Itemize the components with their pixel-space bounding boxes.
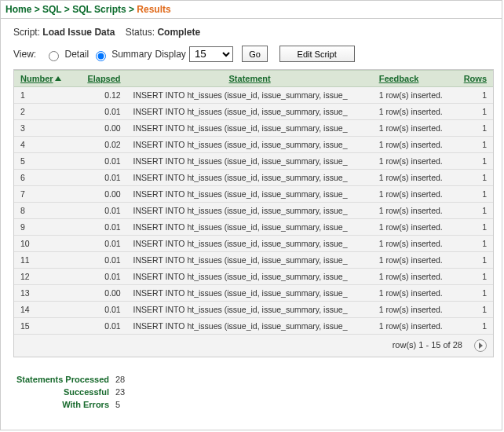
sort-asc-icon	[55, 76, 61, 81]
summary-stats: Statements Processed 28 Successful 23 Wi…	[1, 364, 502, 411]
cell-number: 14	[14, 302, 68, 318]
cell-statement: INSERT INTO ht_issues (issue_id, issue_s…	[127, 219, 373, 236]
cell-rows: 1	[458, 137, 493, 153]
cell-elapsed: 0.01	[68, 269, 127, 285]
go-button[interactable]: Go	[242, 46, 268, 62]
cell-elapsed: 0.01	[68, 104, 127, 120]
display-label: Display	[155, 49, 186, 60]
cell-number: 12	[14, 269, 68, 285]
cell-feedback: 1 row(s) inserted.	[373, 170, 458, 186]
cell-statement: INSERT INTO ht_issues (issue_id, issue_s…	[127, 269, 373, 285]
table-row: 20.01INSERT INTO ht_issues (issue_id, is…	[14, 104, 493, 120]
breadcrumb-home[interactable]: Home	[5, 4, 31, 15]
cell-elapsed: 0.01	[68, 252, 127, 269]
cell-elapsed: 0.00	[68, 186, 127, 203]
cell-rows: 1	[458, 252, 493, 269]
cell-rows: 1	[458, 318, 493, 335]
cell-feedback: 1 row(s) inserted.	[373, 252, 458, 269]
cell-elapsed: 0.00	[68, 120, 127, 137]
cell-rows: 1	[458, 153, 493, 170]
table-row: 70.00INSERT INTO ht_issues (issue_id, is…	[14, 186, 493, 203]
breadcrumb-sep: >	[35, 4, 42, 15]
breadcrumb: Home > SQL > SQL Scripts > Results	[1, 1, 502, 18]
table-row: 120.01INSERT INTO ht_issues (issue_id, i…	[14, 269, 493, 285]
cell-number: 15	[14, 318, 68, 335]
cell-rows: 1	[458, 170, 493, 186]
cell-elapsed: 0.01	[68, 170, 127, 186]
cell-feedback: 1 row(s) inserted.	[373, 87, 458, 104]
cell-statement: INSERT INTO ht_issues (issue_id, issue_s…	[127, 153, 373, 170]
col-elapsed[interactable]: Elapsed	[68, 71, 127, 87]
cell-rows: 1	[458, 186, 493, 203]
view-detail-radio[interactable]	[49, 51, 59, 61]
view-label: View:	[13, 49, 36, 60]
cell-number: 3	[14, 120, 68, 137]
cell-number: 13	[14, 285, 68, 302]
cell-feedback: 1 row(s) inserted.	[373, 120, 458, 137]
status-label: Status:	[126, 27, 155, 38]
svg-marker-0	[479, 342, 483, 349]
cell-elapsed: 0.02	[68, 137, 127, 153]
cell-statement: INSERT INTO ht_issues (issue_id, issue_s…	[127, 186, 373, 203]
breadcrumb-sep: >	[129, 4, 137, 15]
edit-script-button[interactable]: Edit Script	[279, 46, 355, 62]
cell-statement: INSERT INTO ht_issues (issue_id, issue_s…	[127, 285, 373, 302]
cell-number: 8	[14, 203, 68, 219]
table-row: 60.01INSERT INTO ht_issues (issue_id, is…	[14, 170, 493, 186]
cell-statement: INSERT INTO ht_issues (issue_id, issue_s…	[127, 252, 373, 269]
cell-elapsed: 0.01	[68, 318, 127, 335]
view-detail-label: Detail	[64, 49, 89, 60]
script-label: Script:	[13, 27, 40, 38]
cell-number: 1	[14, 87, 68, 104]
pager-next-button[interactable]	[474, 339, 487, 352]
cell-feedback: 1 row(s) inserted.	[373, 302, 458, 318]
cell-rows: 1	[458, 120, 493, 137]
cell-rows: 1	[458, 285, 493, 302]
stats-successful-value: 23	[115, 386, 125, 398]
breadcrumb-sql-scripts[interactable]: SQL Scripts	[72, 4, 126, 15]
stats-processed-value: 28	[115, 373, 125, 386]
results-table-wrap: Number Elapsed Statement Feedback Rows 1…	[13, 69, 494, 357]
view-summary-radio[interactable]	[96, 51, 106, 61]
breadcrumb-sql[interactable]: SQL	[42, 4, 61, 15]
table-row: 130.00INSERT INTO ht_issues (issue_id, i…	[14, 285, 493, 302]
cell-number: 5	[14, 153, 68, 170]
cell-rows: 1	[458, 219, 493, 236]
stats-errors-label: With Errors	[5, 398, 115, 411]
view-summary-label: Summary	[111, 49, 152, 60]
cell-feedback: 1 row(s) inserted.	[373, 285, 458, 302]
cell-number: 4	[14, 137, 68, 153]
cell-statement: INSERT INTO ht_issues (issue_id, issue_s…	[127, 302, 373, 318]
cell-elapsed: 0.12	[68, 87, 127, 104]
col-statement[interactable]: Statement	[127, 71, 373, 87]
results-table: Number Elapsed Statement Feedback Rows 1…	[14, 70, 493, 357]
cell-rows: 1	[458, 203, 493, 219]
cell-feedback: 1 row(s) inserted.	[373, 186, 458, 203]
pager-range: row(s) 1 - 15 of 28	[393, 340, 462, 350]
col-rows[interactable]: Rows	[458, 71, 493, 87]
cell-number: 9	[14, 219, 68, 236]
col-feedback[interactable]: Feedback	[373, 71, 458, 87]
cell-feedback: 1 row(s) inserted.	[373, 219, 458, 236]
cell-rows: 1	[458, 236, 493, 252]
cell-statement: INSERT INTO ht_issues (issue_id, issue_s…	[127, 236, 373, 252]
display-select[interactable]: 15	[189, 46, 233, 62]
table-row: 80.01INSERT INTO ht_issues (issue_id, is…	[14, 203, 493, 219]
table-row: 110.01INSERT INTO ht_issues (issue_id, i…	[14, 252, 493, 269]
cell-number: 2	[14, 104, 68, 120]
cell-elapsed: 0.01	[68, 219, 127, 236]
col-number[interactable]: Number	[14, 71, 68, 87]
cell-rows: 1	[458, 87, 493, 104]
cell-elapsed: 0.00	[68, 285, 127, 302]
script-value: Load Issue Data	[42, 27, 115, 38]
table-row: 40.02INSERT INTO ht_issues (issue_id, is…	[14, 137, 493, 153]
cell-elapsed: 0.01	[68, 203, 127, 219]
cell-number: 6	[14, 170, 68, 186]
cell-rows: 1	[458, 302, 493, 318]
table-row: 100.01INSERT INTO ht_issues (issue_id, i…	[14, 236, 493, 252]
stats-processed-label: Statements Processed	[5, 373, 115, 386]
table-row: 50.01INSERT INTO ht_issues (issue_id, is…	[14, 153, 493, 170]
cell-feedback: 1 row(s) inserted.	[373, 137, 458, 153]
cell-number: 7	[14, 186, 68, 203]
status-value: Complete	[157, 27, 200, 38]
